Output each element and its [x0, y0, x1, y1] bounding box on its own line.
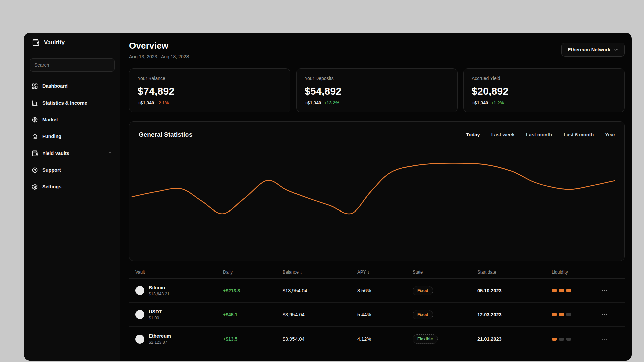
change-percent: +1.2% [491, 100, 504, 105]
sidebar-nav: Dashboard Statistics & Income Market [24, 78, 120, 195]
sidebar-item-label: Settings [42, 184, 61, 189]
filter-today[interactable]: Today [466, 132, 480, 137]
sidebar-item-funding[interactable]: Funding [24, 128, 120, 145]
change-percent: +13.2% [324, 100, 339, 105]
apy-value: 8.56% [357, 288, 413, 293]
apy-value: 5.44% [357, 312, 413, 317]
col-state: State [413, 269, 477, 275]
chart-title: General Statistics [139, 131, 193, 138]
start-date: 21.01.2023 [477, 336, 552, 342]
sidebar-item-yield-vaults[interactable]: Yield Vaults [24, 145, 120, 162]
page-title: Overview [129, 41, 189, 51]
daily-change: +$45.1 [223, 312, 283, 317]
apy-value: 4.12% [357, 336, 413, 342]
general-statistics-panel: General Statistics Today Last week Last … [129, 121, 625, 261]
table-row-ethereum[interactable]: Ethereum $2,123.87 +$13.5 $3,954.04 4.12… [129, 327, 625, 351]
page-header: Overview Aug 13, 2023 - Aug 18, 2023 Eth… [129, 41, 625, 59]
sidebar-item-label: Support [42, 167, 61, 173]
sidebar-item-dashboard[interactable]: Dashboard [24, 78, 120, 95]
row-menu-button[interactable] [600, 337, 609, 342]
table-header-row: Vault Daily Balance↓ APY↓ State Start da… [129, 265, 625, 279]
stat-card-label: Accrued Yield [472, 76, 616, 81]
filter-last-month[interactable]: Last month [526, 132, 552, 137]
coin-name: Ethereum [149, 333, 171, 339]
sidebar-item-settings[interactable]: Settings [24, 178, 120, 195]
col-liquidity: Liquidity [552, 269, 600, 275]
wallet-logo-icon [32, 39, 40, 46]
daily-change: +$213.8 [223, 288, 283, 293]
network-selector-button[interactable]: Ethereum Network [561, 43, 625, 57]
coin-name: Bitcoin [149, 285, 170, 290]
balance-value: $3,954.04 [283, 336, 357, 342]
coin-price: $2,123.87 [149, 340, 171, 345]
coin-price: $1.00 [149, 316, 162, 320]
globe-icon [32, 117, 38, 123]
bar-chart-icon [32, 100, 38, 106]
stat-card-value: $74,892 [138, 85, 282, 97]
main-content: Overview Aug 13, 2023 - Aug 18, 2023 Eth… [120, 33, 632, 361]
line-chart [129, 122, 624, 261]
state-badge: Flexible [413, 334, 438, 344]
stat-cards: Your Balance $74,892 +$1,340 -2.1% Your … [129, 68, 625, 112]
liquidity-indicator [552, 338, 600, 341]
search-box [30, 58, 115, 72]
start-date: 12.03.2023 [477, 312, 552, 317]
sidebar-item-label: Yield Vaults [42, 150, 69, 156]
app-title: Vaultify [44, 39, 65, 46]
daily-change: +$13.5 [223, 336, 283, 342]
dashboard-grid-icon [32, 83, 38, 89]
row-menu-button[interactable] [600, 312, 609, 317]
chevron-down-icon [613, 47, 619, 52]
stat-card-label: Your Deposits [305, 76, 449, 81]
balance-curve [132, 163, 614, 214]
sidebar: Vaultify Dashboard Statistics & Income [24, 33, 120, 361]
filter-last-6-month[interactable]: Last 6 month [564, 132, 594, 137]
liquidity-indicator [552, 313, 600, 316]
sort-desc-icon: ↓ [300, 269, 302, 275]
col-balance[interactable]: Balance↓ [283, 269, 357, 275]
coin-avatar [135, 286, 144, 295]
coin-avatar [135, 310, 144, 319]
gear-icon [32, 184, 38, 190]
app-window: Vaultify Dashboard Statistics & Income [24, 33, 632, 361]
chevron-down-icon[interactable] [107, 150, 113, 157]
stat-card-label: Your Balance [138, 76, 282, 81]
stat-card-value: $20,892 [472, 85, 616, 97]
change-amount: +$1,340 [472, 100, 488, 105]
sidebar-item-label: Dashboard [42, 83, 68, 89]
sidebar-item-statistics-income[interactable]: Statistics & Income [24, 95, 120, 111]
search-input[interactable] [30, 62, 114, 68]
col-daily: Daily [223, 269, 283, 275]
coin-name: USDT [149, 309, 162, 314]
sidebar-item-market[interactable]: Market [24, 111, 120, 128]
balance-value: $13,954.04 [283, 288, 357, 293]
network-selector-label: Ethereum Network [568, 47, 610, 52]
change-amount: +$1,340 [138, 100, 154, 105]
change-amount: +$1,340 [305, 100, 321, 105]
col-apy[interactable]: APY↓ [357, 269, 413, 275]
col-vault: Vault [135, 269, 223, 275]
app-logo: Vaultify [24, 33, 120, 52]
liquidity-indicator [552, 289, 600, 292]
filter-year[interactable]: Year [605, 132, 615, 137]
col-start-date: Start date [477, 269, 552, 275]
coin-price: $13,643.21 [149, 292, 170, 296]
sidebar-item-label: Funding [42, 134, 61, 139]
state-badge: Fixed [413, 286, 433, 295]
start-date: 05.10.2023 [477, 288, 552, 293]
sidebar-item-label: Market [42, 117, 58, 122]
stat-card-balance: Your Balance $74,892 +$1,340 -2.1% [129, 68, 290, 112]
row-menu-button[interactable] [600, 288, 609, 293]
table-row-usdt[interactable]: USDT $1.00 +$45.1 $3,954.04 5.44% Fixed … [129, 303, 625, 327]
coin-avatar [135, 335, 144, 344]
table-row-bitcoin[interactable]: Bitcoin $13,643.21 +$213.8 $13,954.04 8.… [129, 279, 625, 303]
filter-last-week[interactable]: Last week [491, 132, 515, 137]
lifebuoy-icon [32, 167, 38, 173]
sort-desc-icon: ↓ [367, 269, 370, 275]
balance-value: $3,954.04 [283, 312, 357, 317]
home-icon [32, 133, 38, 140]
sidebar-item-support[interactable]: Support [24, 162, 120, 178]
state-badge: Fixed [413, 310, 433, 319]
stat-card-value: $54,892 [305, 85, 449, 97]
wallet-icon [32, 150, 38, 157]
